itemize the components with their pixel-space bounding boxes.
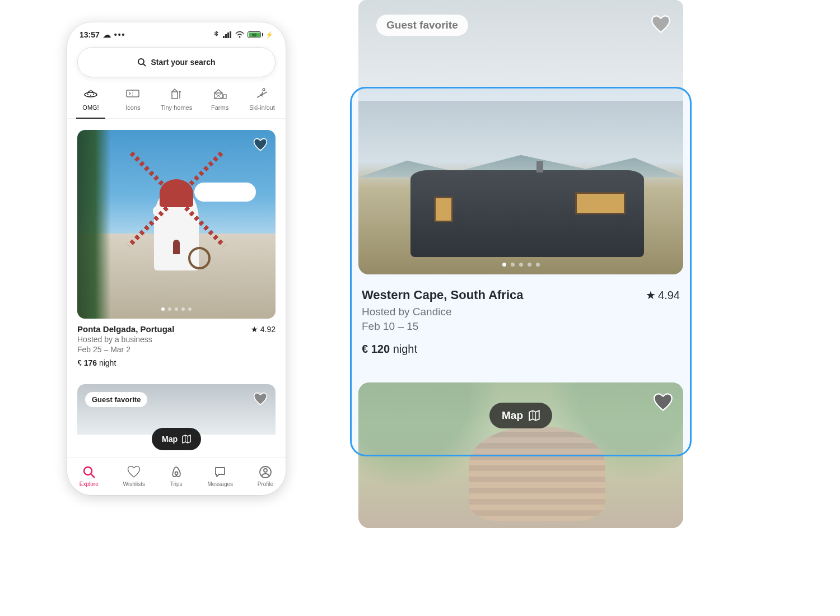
listing-rating: ★ 4.92 <box>251 325 276 334</box>
ski-icon <box>255 87 269 100</box>
airbnb-logo-icon <box>170 465 183 479</box>
search-icon <box>82 465 96 479</box>
tiny-home-icon <box>170 87 183 100</box>
weather-icon: ☁ <box>103 30 111 39</box>
svg-point-4 <box>239 36 241 38</box>
detail-location: Western Cape, South Africa <box>362 288 524 302</box>
wishlist-heart-button[interactable] <box>651 15 671 35</box>
star-icon: ★ <box>646 288 656 302</box>
svg-rect-12 <box>172 92 178 99</box>
svg-point-22 <box>175 472 178 475</box>
nav-profile[interactable]: Profile <box>258 465 273 487</box>
heart-icon <box>127 465 141 479</box>
wifi-icon <box>235 31 244 38</box>
listing-card[interactable]: Ponta Delgada, Portugal ★ 4.92 Hosted by… <box>77 130 276 367</box>
bottom-nav: Explore Wishlists Trips Messages Profile <box>67 457 286 495</box>
svg-rect-0 <box>223 36 225 38</box>
profile-icon <box>259 465 272 479</box>
search-bar[interactable]: Start your search <box>77 47 276 77</box>
svg-point-17 <box>263 88 265 91</box>
wishlist-heart-button[interactable] <box>653 393 673 413</box>
nav-messages[interactable]: Messages <box>207 465 233 487</box>
category-ski[interactable]: Ski-in/out <box>248 87 277 118</box>
svg-point-8 <box>87 94 88 95</box>
detail-rating: ★ 4.94 <box>646 288 680 302</box>
category-farms[interactable]: Farms <box>206 87 235 118</box>
image-pager <box>358 263 683 267</box>
svg-rect-16 <box>223 95 226 99</box>
svg-line-21 <box>91 474 95 478</box>
ticket-icon <box>125 87 140 100</box>
map-fab-button[interactable]: Map <box>489 403 552 428</box>
category-icons[interactable]: Icons <box>118 87 147 118</box>
detail-next-listing[interactable]: Map <box>358 382 683 528</box>
detail-listing-image[interactable] <box>358 101 683 274</box>
category-tabs: OMG! Icons Tiny homes Farms Ski-in/out <box>67 77 286 119</box>
svg-point-24 <box>264 469 267 472</box>
map-icon <box>529 410 540 421</box>
star-icon: ★ <box>251 325 258 334</box>
chat-icon <box>213 465 227 479</box>
svg-line-6 <box>143 64 146 66</box>
notification-dots-icon: ••• <box>114 30 126 39</box>
detail-panel: Guest favorite Western Cape, South Afric… <box>358 0 683 528</box>
bluetooth-icon <box>213 31 220 39</box>
search-icon <box>137 58 146 67</box>
nav-trips[interactable]: Trips <box>170 465 183 487</box>
listing-card[interactable]: Guest favorite <box>77 384 276 435</box>
listing-dates: Feb 25 – Mar 2 <box>77 345 276 354</box>
detail-host: Hosted by Candice <box>362 306 680 318</box>
detail-prev-image[interactable]: Guest favorite <box>358 0 683 101</box>
battery-icon: 93 ⚡ <box>248 31 273 39</box>
map-icon <box>182 435 191 444</box>
status-time: 13:57 <box>80 30 100 39</box>
listing-location: Ponta Delgada, Portugal <box>77 324 174 334</box>
wishlist-heart-button[interactable] <box>253 392 268 407</box>
listing-price: € 176 night <box>77 358 276 367</box>
svg-rect-2 <box>227 32 229 38</box>
detail-price: € 120 night <box>362 343 680 356</box>
svg-point-20 <box>84 467 92 475</box>
listing-host: Hosted by a business <box>77 335 276 344</box>
nav-explore[interactable]: Explore <box>80 465 99 487</box>
svg-point-5 <box>138 59 144 64</box>
svg-point-10 <box>93 94 94 95</box>
image-pager <box>77 307 276 311</box>
ufo-icon <box>83 87 98 100</box>
svg-rect-3 <box>230 31 231 38</box>
map-fab-button[interactable]: Map <box>152 428 201 450</box>
nav-wishlists[interactable]: Wishlists <box>123 465 145 487</box>
svg-point-9 <box>90 95 91 96</box>
category-omg[interactable]: OMG! <box>76 87 105 119</box>
svg-rect-1 <box>225 34 227 38</box>
listing-image[interactable] <box>77 130 276 319</box>
search-placeholder: Start your search <box>151 58 215 67</box>
phone-frame: 13:57 ☁ ••• 93 ⚡ <box>67 22 286 495</box>
signal-icon <box>223 31 232 38</box>
farm-icon <box>213 87 227 100</box>
detail-dates: Feb 10 – 15 <box>362 320 680 333</box>
status-bar: 13:57 ☁ ••• 93 ⚡ <box>67 22 286 43</box>
guest-favorite-badge: Guest favorite <box>85 392 147 407</box>
category-tiny-homes[interactable]: Tiny homes <box>161 87 192 118</box>
wishlist-heart-button[interactable] <box>253 138 268 152</box>
guest-favorite-badge: Guest favorite <box>376 15 468 36</box>
listing-image[interactable]: Guest favorite <box>77 384 276 435</box>
